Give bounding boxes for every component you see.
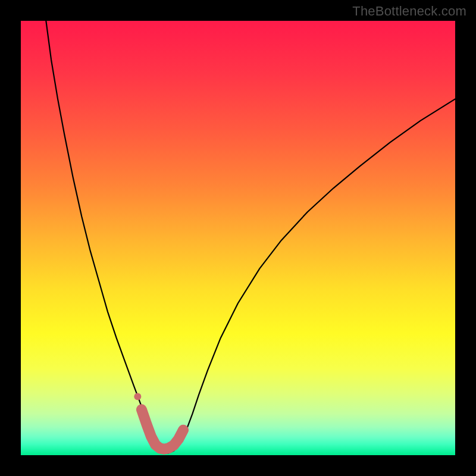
watermark-text: TheBottleneck.com [352, 4, 466, 19]
curve-layer [21, 21, 455, 455]
highlight-band [142, 409, 183, 449]
chart-frame: TheBottleneck.com [0, 0, 476, 476]
bottleneck-curve [46, 21, 455, 453]
highlight-dot [134, 393, 141, 400]
plot-area [21, 21, 455, 455]
